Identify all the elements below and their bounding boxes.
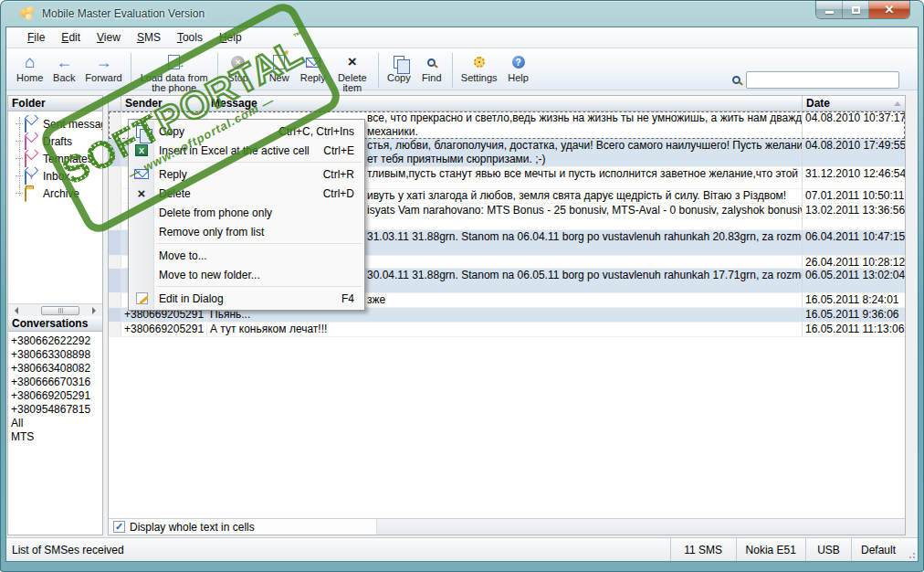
menu-separator [157,243,362,244]
scroll-left-icon[interactable] [8,305,21,316]
window-controls: ✕ [816,1,909,18]
menu-file[interactable]: File [19,28,53,47]
menu-view[interactable]: View [89,28,129,47]
new-document-icon: * [273,55,285,69]
search-input[interactable] [746,71,899,89]
folder-panel: Folder Sent messag Drafts Templates ↓ [7,95,103,535]
gears-icon [474,57,485,68]
message-column-header[interactable]: Message [207,96,803,111]
reply-button[interactable]: ← Reply [296,51,331,85]
settings-button[interactable]: Settings [457,51,502,85]
context-menu-remove-only-from-list[interactable]: Remove only from list [130,222,363,241]
conversation-item[interactable]: MTS [11,430,100,444]
table-row[interactable]: +380669205291 А тут коньяком лечат!!! 16… [109,323,905,337]
context-menu-move-to-new-folder[interactable]: Move to new folder... [130,265,363,284]
folder-item-drafts[interactable]: Drafts [8,132,102,150]
display-whole-text-checkbox[interactable]: ✓ [113,521,125,533]
context-menu-insert-in-excel[interactable]: X Insert in Excel at the active cell Ctr… [130,141,363,160]
status-phone-model: Nokia E51 [736,538,805,561]
context-menu-delete[interactable]: × Delete Ctrl+D [130,184,363,203]
folder-item-archive[interactable]: Archive [8,185,102,202]
conversation-item[interactable]: +380662622292 [11,334,100,348]
reply-envelope-icon: ← [306,58,320,68]
folder-item-inbox[interactable]: ↓ Inbox [8,167,102,185]
conversation-item[interactable]: +380954867815 [11,403,100,417]
sent-messages-icon [25,119,39,130]
conversations-header: Conversations [8,316,102,332]
status-sms-count: 11 SMS [670,538,736,561]
forward-button[interactable]: → Forward [80,51,126,85]
folder-horizontal-scrollbar[interactable] [8,303,102,316]
resize-grip[interactable] [905,548,916,559]
minimize-icon [825,11,834,14]
copy-icon [136,125,147,138]
tree-connector [19,117,20,196]
table-header: Sender Message Date [109,96,905,111]
conversation-item[interactable]: +380663408082 [11,362,100,376]
delete-x-icon: × [138,185,146,202]
conversations-list: +380662622292 +380663308898 +38066340808… [8,332,102,535]
toolbar-separator [452,53,453,88]
scroll-right-icon[interactable] [89,305,102,316]
context-menu-reply[interactable]: ← Reply Ctrl+R [130,164,363,184]
menu-help[interactable]: Help [211,28,250,47]
excel-icon: X [135,144,148,156]
status-message: List of SMSes received [6,544,670,556]
conversation-item[interactable]: +380666670316 [11,376,100,389]
copy-icon [394,56,404,69]
forward-arrow-icon: → [96,54,112,70]
close-icon: ✕ [885,3,895,16]
inbox-icon: ↓ [25,171,39,182]
toolbar-separator [131,53,131,88]
copy-button[interactable]: Copy [383,51,415,85]
table-footer: ✓ Display whole text in cells [109,518,905,535]
context-menu-move-to[interactable]: Move to... [130,246,363,265]
menu-edit[interactable]: Edit [53,28,89,47]
delete-x-icon: × [348,54,357,70]
menu-tools[interactable]: Tools [169,28,211,47]
find-button[interactable]: Find [415,51,448,85]
row-selector-header [109,96,121,111]
new-button[interactable]: * New [263,51,296,85]
conversation-item[interactable]: +380663308898 [11,348,100,362]
app-logo-icon [20,6,37,21]
archive-folder-icon [25,188,39,199]
folder-panel-header: Folder [8,96,102,111]
scrollbar-thumb[interactable] [41,306,79,315]
load-data-button[interactable]: → Load data from the phone [135,51,214,95]
toolbar-separator [217,53,218,88]
back-button[interactable]: ← Back [47,51,80,85]
context-menu: Copy Ctrl+C, Ctrl+Ins X Insert in Excel … [128,119,365,311]
templates-icon [25,154,39,164]
menu-sms[interactable]: SMS [129,28,169,47]
stop-button[interactable]: × Stop [222,51,255,85]
toolbar-search [732,71,914,89]
folder-item-templates[interactable]: Templates [8,150,102,167]
minimize-button[interactable] [816,1,843,18]
sender-column-header[interactable]: Sender [121,96,207,111]
home-button[interactable]: ⌂ Home [12,51,47,85]
folder-item-sent-messages[interactable]: Sent messag [8,115,102,132]
help-icon: ? [512,56,525,69]
window-title: Mobile Master Evaluation Version [42,7,205,20]
title-bar: Mobile Master Evaluation Version [0,0,924,27]
context-menu-copy[interactable]: Copy Ctrl+C, Ctrl+Ins [130,122,363,141]
conversation-item[interactable]: +380669205291 [11,389,100,403]
delete-item-button[interactable]: × Delete item [331,51,374,95]
toolbar: ⌂ Home ← Back → Forward → Load data from… [6,48,918,90]
conversation-item[interactable]: All [11,417,100,430]
stop-icon: × [231,56,245,69]
magnifier-icon [427,58,436,67]
toolbar-separator [378,53,379,88]
sort-ascending-icon [894,98,901,106]
maximize-icon [852,6,860,14]
folder-tree: Sent messag Drafts Templates ↓ Inbox Arc… [8,111,102,303]
context-menu-edit-in-dialog[interactable]: Edit in Dialog F4 [130,289,363,308]
maximize-button[interactable] [843,1,869,18]
load-data-icon: → [168,55,180,69]
close-button[interactable]: ✕ [869,1,909,18]
context-menu-delete-from-phone-only[interactable]: Delete from phone only [130,203,363,222]
date-column-header[interactable]: Date [803,96,905,111]
menu-bar: File Edit View SMS Tools Help [6,27,918,48]
toolbar-help-button[interactable]: ? Help [502,51,535,85]
